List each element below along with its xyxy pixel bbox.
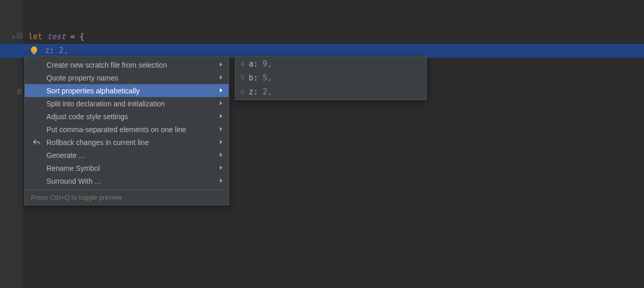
gutter-cell [0,44,23,58]
code-line[interactable]: let test = { [0,30,644,44]
fold-start-icon[interactable] [17,33,22,38]
identifier-token: test [47,32,66,41]
chevron-right-icon [220,114,222,118]
preview-line-number: 6 [235,85,247,99]
menu-footer-text: Press Ctrl+Q to toggle preview [31,194,122,201]
menu-item-rename[interactable]: Rename Symbol [25,162,229,174]
preview-code: a: 9, [247,57,272,71]
menu-item-label: Adjust code style settings [46,113,128,121]
property-token: z [45,46,50,55]
preview-line: 5 b: 5, [235,71,426,85]
menu-item-label: Quote property names [46,74,118,82]
menu-item-label: Create new scratch file from selection [46,61,167,69]
preview-line-number: 4 [235,57,247,71]
chevron-right-icon [220,101,222,105]
intention-actions-menu: Create new scratch file from selection Q… [24,56,229,205]
preview-line-number: 5 [235,71,247,85]
number-token: 2 [59,46,63,55]
menu-item-surround[interactable]: Surround With ... [25,174,229,187]
gutter-cell [0,30,23,44]
menu-item-create-scratch[interactable]: Create new scratch file from selection [25,58,229,71]
menu-item-split-decl[interactable]: Split into declaration and initializatio… [25,97,229,110]
comma-token: , [63,46,68,55]
gutter-cell [0,86,23,100]
menu-item-label: Rename Symbol [46,164,100,172]
run-gutter-icon[interactable] [12,35,15,39]
chevron-right-icon [220,75,222,79]
preview-code: b: 5, [247,71,272,85]
fold-end-icon[interactable] [17,89,22,95]
chevron-right-icon [220,153,222,157]
intention-bulb-icon[interactable] [30,46,38,55]
code-text: let test = { [23,30,84,44]
menu-item-label: Put comma-separated elements on one line [46,125,186,134]
menu-item-label: Generate ... [46,151,85,159]
preview-line: 4 a: 9, [235,57,426,71]
menu-item-comma-one-line[interactable]: Put comma-separated elements on one line [25,123,229,136]
chevron-right-icon [220,140,222,144]
chevron-right-icon [220,179,222,183]
chevron-right-icon [220,166,222,170]
menu-item-rollback[interactable]: Rollback changes in current line [25,136,229,149]
colon-token: : [50,46,54,55]
menu-item-quote-props[interactable]: Quote property names [25,71,229,84]
keyword-token: let [28,32,42,41]
menu-item-generate[interactable]: Generate ... [25,149,229,162]
intention-preview-panel: 4 a: 9, 5 b: 5, 6 z: 2, [235,56,427,100]
menu-footer-hint: Press Ctrl+Q to toggle preview [25,189,229,205]
menu-item-sort-alpha[interactable]: Sort properties alphabetically [25,84,229,97]
chevron-right-icon [220,88,222,92]
preview-line: 6 z: 2, [235,85,426,99]
menu-item-adjust-style[interactable]: Adjust code style settings [25,110,229,123]
menu-item-label: Rollback changes in current line [46,138,149,147]
preview-code: z: 2, [247,85,272,99]
menu-item-label: Sort properties alphabetically [46,87,140,95]
chevron-right-icon [220,127,222,131]
code-token: = { [66,32,84,41]
menu-item-label: Split into declaration and initializatio… [46,100,165,108]
chevron-right-icon [220,62,222,67]
undo-icon [33,138,41,147]
menu-item-label: Surround With ... [46,177,101,185]
